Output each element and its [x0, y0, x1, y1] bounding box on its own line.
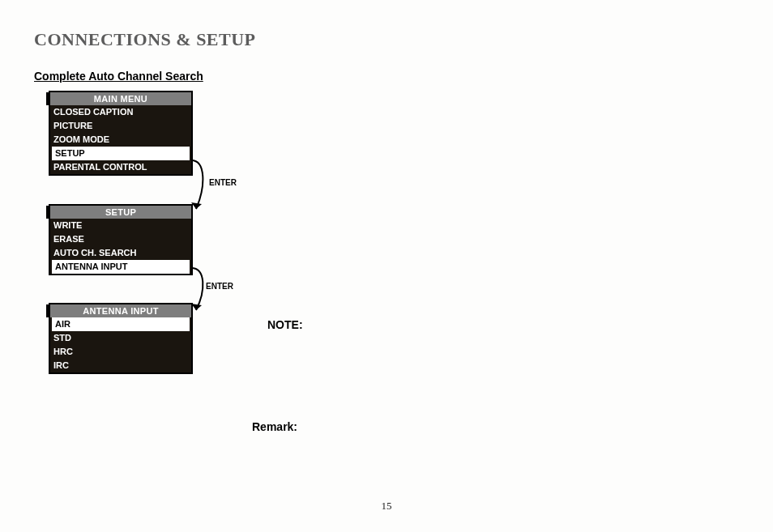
page: CONNECTIONS & SETUP Complete Auto Channe…	[0, 0, 773, 532]
section-subheading: Complete Auto Channel Search	[34, 70, 203, 83]
menu-main: MAIN MENU CLOSED CAPTION PICTURE ZOOM MO…	[49, 91, 193, 176]
menu-main-header: MAIN MENU	[50, 92, 191, 105]
menu-setup-item-write: WRITE	[50, 219, 191, 232]
page-number: 15	[0, 500, 773, 513]
menu-main-item-setup: SETUP	[52, 147, 190, 160]
menu-main-item-picture: PICTURE	[50, 119, 191, 133]
menu-antenna-nub	[46, 304, 50, 317]
menu-antenna-item-hrc: HRC	[50, 345, 191, 359]
arrow-setup-to-antenna-icon	[190, 263, 214, 320]
menu-main-item-parental-control: PARENTAL CONTROL	[50, 160, 191, 174]
menu-setup-item-antenna-input: ANTENNA INPUT	[52, 260, 190, 274]
page-title: CONNECTIONS & SETUP	[34, 29, 256, 50]
menu-setup-nub	[46, 206, 50, 219]
menu-main-item-closed-caption: CLOSED CAPTION	[50, 105, 191, 119]
menu-antenna-item-irc: IRC	[50, 359, 191, 372]
menu-main-item-zoom-mode: ZOOM MODE	[50, 133, 191, 147]
menu-antenna-item-air: AIR	[52, 317, 190, 331]
menu-antenna: ANTENNA INPUT AIR STD HRC IRC	[49, 303, 193, 374]
menu-setup-item-erase: ERASE	[50, 232, 191, 246]
remark-label: Remark:	[252, 420, 297, 433]
note-label: NOTE:	[267, 318, 303, 331]
enter-label-2: ENTER	[206, 282, 233, 291]
menu-setup-header: SETUP	[50, 206, 191, 219]
menu-main-nub	[46, 92, 50, 105]
menu-setup: SETUP WRITE ERASE AUTO CH. SEARCH ANTENN…	[49, 204, 193, 275]
menu-antenna-header: ANTENNA INPUT	[50, 304, 191, 317]
enter-label-1: ENTER	[209, 178, 237, 187]
menu-setup-item-auto-ch-search: AUTO CH. SEARCH	[50, 246, 191, 260]
menu-antenna-item-std: STD	[50, 331, 191, 345]
